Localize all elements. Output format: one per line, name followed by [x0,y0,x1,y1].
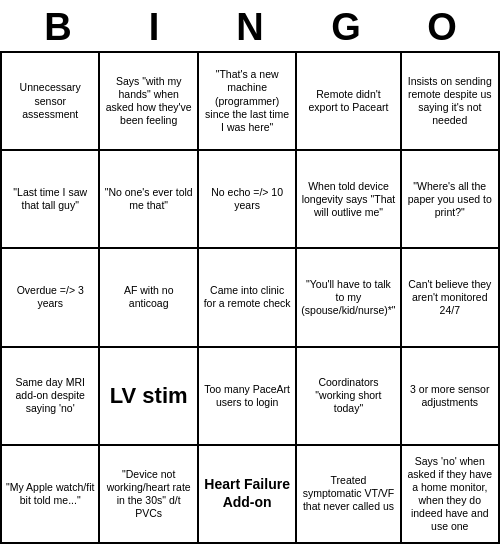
table-row: Too many PaceArt users to login [199,348,297,446]
table-row: No echo =/> 10 years [199,151,297,249]
bingo-title: B I N G O [0,0,500,51]
letter-o: O [394,6,490,49]
table-row: "My Apple watch/fit bit told me..." [2,446,100,544]
table-row: Says 'no' when asked if they have a home… [402,446,500,544]
table-row: Heart Failure Add-on [199,446,297,544]
table-row: Remote didn't export to Paceart [297,53,401,151]
table-row: "You'll have to talk to my (spouse/kid/n… [297,249,401,347]
table-row: Unnecessary sensor assessment [2,53,100,151]
table-row: Insists on sending remote despite us say… [402,53,500,151]
table-row: "Device not working/heart rate in the 30… [100,446,198,544]
table-row: "Last time I saw that tall guy" [2,151,100,249]
table-row: Says "with my hands" when asked how they… [100,53,198,151]
table-row: "That's a new machine (programmer) since… [199,53,297,151]
letter-g: G [298,6,394,49]
letter-n: N [202,6,298,49]
table-row: LV stim [100,348,198,446]
table-row: 3 or more sensor adjustments [402,348,500,446]
table-row: Treated symptomatic VT/VF that never cal… [297,446,401,544]
table-row: When told device longevity says "That wi… [297,151,401,249]
bingo-grid: Unnecessary sensor assessmentSays "with … [0,51,500,544]
table-row: Came into clinic for a remote check [199,249,297,347]
letter-i: I [106,6,202,49]
table-row: AF with no anticoag [100,249,198,347]
table-row: Same day MRI add-on despite saying 'no' [2,348,100,446]
letter-b: B [10,6,106,49]
table-row: Overdue =/> 3 years [2,249,100,347]
table-row: Can't believe they aren't monitored 24/7 [402,249,500,347]
table-row: "Where's all the paper you used to print… [402,151,500,249]
table-row: "No one's ever told me that" [100,151,198,249]
table-row: Coordinators "working short today" [297,348,401,446]
